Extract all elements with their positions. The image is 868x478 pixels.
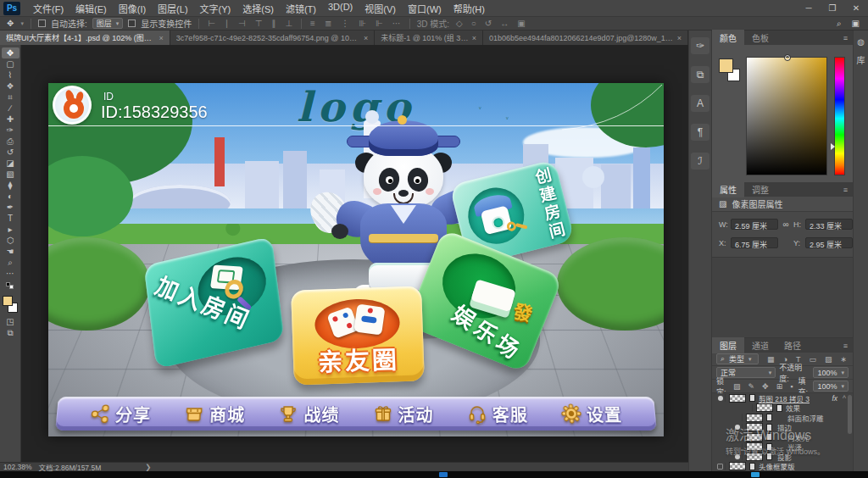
layer-filter-dropdown[interactable]: ⌕ 类型▾ [716, 353, 759, 364]
3d-mode-icon[interactable]: ○ [470, 19, 478, 28]
layer-row[interactable]: 剪图 218 拷贝 3 fx ^ [712, 393, 853, 403]
type-tool[interactable]: T [2, 213, 19, 224]
share-button[interactable]: 分享 [89, 402, 152, 426]
layer-row[interactable]: 描边 [712, 423, 853, 433]
3d-mode-icon[interactable]: ▣ [515, 19, 526, 28]
color-picker-marker[interactable] [784, 54, 791, 61]
tab-close-icon[interactable]: × [159, 34, 164, 42]
status-chevron-icon[interactable]: ❯ [145, 463, 151, 471]
avatar[interactable] [53, 86, 92, 125]
settings-button[interactable]: 设置 [560, 402, 623, 426]
align-icon[interactable]: ∥ [270, 19, 277, 28]
saturation-brightness-picker[interactable] [746, 57, 827, 175]
tab-adjustments[interactable]: 调整 [744, 181, 776, 197]
dodge-tool[interactable]: ◐ [2, 191, 19, 202]
search-icon[interactable]: ⌕ [835, 19, 843, 29]
y-field[interactable]: 2.95 厘米 [805, 237, 853, 248]
visibility-toggle[interactable] [732, 433, 743, 441]
panel-menu-icon[interactable]: ≡ [843, 342, 853, 350]
hand-tool[interactable]: ☚ [2, 246, 19, 257]
tab-swatches[interactable]: 色板 [744, 30, 776, 46]
tab-color[interactable]: 颜色 [712, 30, 744, 46]
menu-item[interactable]: 3D(D) [322, 0, 359, 17]
layer-thumbnail[interactable] [746, 453, 763, 461]
tab-paths[interactable]: 路径 [776, 337, 809, 353]
visibility-toggle[interactable] [732, 443, 743, 451]
default-colors-icon[interactable] [6, 282, 14, 289]
visibility-toggle[interactable] [732, 424, 743, 431]
menu-item[interactable]: 图层(L) [152, 0, 193, 17]
zoom-tool[interactable]: ⌕ [2, 257, 19, 268]
document-tab[interactable]: 棋牌UI大厅素材【4-1】.psd @ 102% (图层 1136, RGB/8… [0, 31, 170, 45]
screen-mode-button[interactable]: ⧉ [2, 327, 19, 338]
lock-icon[interactable]: ▨ [732, 382, 743, 391]
move-tool[interactable]: ✥ [2, 47, 19, 58]
eyedropper-tool[interactable]: ∕ [2, 103, 19, 114]
lasso-tool[interactable]: ⌇ [2, 69, 19, 81]
lock-icon[interactable]: ✎ [747, 382, 757, 391]
menu-item[interactable]: 图像(I) [113, 0, 152, 17]
tab-channels[interactable]: 通道 [744, 337, 776, 353]
tab-layers[interactable]: 图层 [712, 337, 744, 353]
distribute-icon[interactable]: ≣ [323, 19, 333, 28]
lock-icon[interactable]: ▪ [788, 382, 794, 391]
layer-filter-icon[interactable]: ▦ [765, 355, 776, 364]
layer-row[interactable]: 效果 [712, 403, 853, 414]
hue-slider-marker[interactable] [831, 143, 835, 150]
3d-mode-icon[interactable]: ↔ [498, 19, 510, 28]
foreground-color-swatch[interactable] [3, 296, 13, 306]
brush-settings-panel-icon[interactable]: ✑ [691, 37, 709, 54]
visibility-toggle[interactable] [732, 414, 743, 421]
activity-button[interactable]: 活动 [372, 402, 433, 426]
service-button[interactable]: 客服 [466, 402, 528, 426]
layer-row[interactable]: 内发光 [712, 432, 853, 442]
visibility-toggle[interactable] [732, 453, 743, 460]
tab-close-icon[interactable]: × [472, 34, 476, 42]
zoom-level[interactable]: 102.38% [3, 463, 32, 471]
friends-circle-button[interactable]: 亲友圈 [291, 286, 425, 385]
align-icon[interactable]: ⊥ [283, 19, 294, 28]
distribute-icon[interactable]: ⋯ [391, 19, 403, 28]
layer-thumbnail[interactable] [746, 442, 763, 451]
libraries-panel-strip[interactable]: ◍ 库 [853, 31, 868, 471]
hue-slider[interactable] [834, 57, 845, 175]
lock-icon[interactable]: ⊞ [775, 382, 785, 391]
shop-button[interactable]: 商城 [184, 402, 246, 426]
distribute-icon[interactable]: ⋮ [339, 19, 351, 28]
align-icon[interactable]: ⊤ [253, 19, 264, 28]
auto-select-dropdown[interactable]: 图层▾ [92, 18, 124, 29]
auto-select-checkbox[interactable] [38, 19, 46, 27]
panel-menu-icon[interactable]: ≡ [843, 186, 853, 194]
gradient-tool[interactable]: ▧ [2, 169, 19, 180]
paragraph-panel-icon[interactable]: ¶ [691, 124, 709, 141]
visibility-toggle[interactable] [743, 404, 753, 412]
document-tab[interactable]: 01b06b5ee4944fa8012066214e9d07.jpg@1280w… [483, 31, 688, 45]
quick-selection-tool[interactable]: ❖ [2, 81, 19, 92]
layer-thumbnail[interactable] [729, 462, 746, 470]
layer-thumbnail[interactable] [729, 394, 746, 403]
menu-item[interactable]: 窗口(W) [402, 0, 448, 17]
clone-stamp-tool[interactable]: ⎙ [2, 136, 19, 147]
opacity-dropdown[interactable]: 100%▾ [813, 367, 849, 378]
move-tool-icon[interactable]: ✥ [5, 19, 15, 28]
document-tab[interactable]: 3c7ef958-c71c-49e2-8252-35cdaff96754.png… [170, 31, 375, 45]
link-dimensions-icon[interactable]: ∞ [778, 220, 793, 229]
layer-thumbnail[interactable] [746, 423, 763, 431]
layer-filter-icon[interactable]: ▨ [823, 355, 834, 364]
menu-item[interactable]: 选择(S) [236, 0, 280, 17]
tab-properties[interactable]: 属性 [712, 181, 744, 197]
panel-menu-icon[interactable]: ≡ [843, 34, 853, 42]
glyphs-panel-icon[interactable]: ℐ [691, 153, 709, 170]
height-field[interactable]: 2.33 厘米 [805, 219, 853, 230]
3d-mode-icon[interactable]: ↺ [483, 19, 493, 28]
blur-tool[interactable]: ⧫ [2, 180, 19, 191]
minimize-button[interactable]: ─ [797, 1, 821, 15]
align-icon[interactable]: ⊣ [236, 19, 248, 28]
distribute-icon[interactable]: ⊪ [357, 19, 368, 28]
foreground-color-swatch[interactable] [719, 58, 733, 73]
menu-item[interactable]: 滤镜(T) [280, 0, 322, 17]
visibility-toggle[interactable] [715, 463, 726, 470]
layer-filter-icon[interactable]: ∗ [838, 355, 849, 364]
canvas-area[interactable]: logo ᵛ ᵛ [21, 45, 688, 462]
show-transform-checkbox[interactable] [128, 19, 136, 27]
